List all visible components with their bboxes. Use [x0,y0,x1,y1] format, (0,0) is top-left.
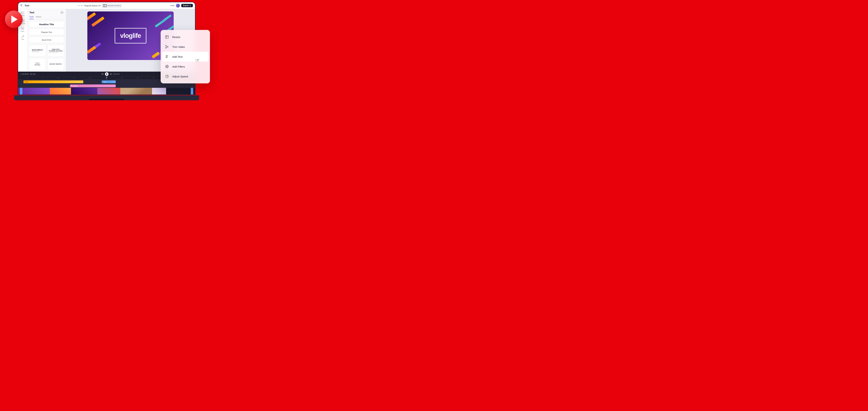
headline-title-label: Headline Title [39,23,54,26]
laptop-notch [89,99,124,100]
project-name: VlogLife Episoe 10 [84,5,100,7]
text-clip-2[interactable]: T Text [102,80,116,83]
shape-orange-4 [87,46,96,54]
true-path-template[interactable]: True PathTo More Success watch to learn … [48,45,64,57]
text-clip-1-label: T Text [25,81,28,82]
context-resize[interactable]: Resize [161,32,210,42]
panel-header: Text + [27,9,66,14]
draw-label: Draw [21,39,24,40]
subtitle-clip[interactable]: Subtitle [70,84,116,87]
sunday-funday-template[interactable]: SundayFun Day! [29,58,46,70]
hand-write-template[interactable]: HAND WRITE [48,58,64,70]
ruler-mark-30: 30 [121,77,123,79]
export-button[interactable]: Export [181,4,193,7]
thumbnail-strip [18,88,195,95]
add-media-button[interactable]: + Add Media [20,73,29,75]
ruler-mark-40: 40 [153,77,154,79]
text-styles-list: Headline Title Regular Text Hand Write [27,19,66,45]
thumb-6 [152,88,166,95]
resize-icon [164,34,170,40]
skip-back-icon[interactable] [101,73,103,75]
play-triangle-icon [106,73,107,75]
make-impact-template[interactable]: MAKE IMPACT With Passion [29,45,46,57]
make-impact-content: MAKE IMPACT With Passion [32,49,43,52]
format-badge[interactable]: YouTube Full HD ▾ [102,3,122,8]
make-impact-sub: With Passion [32,51,43,52]
shape-blue-2 [155,19,166,28]
format-chevron: ▾ [120,5,121,6]
timeline-end-bookmark [191,88,193,95]
resize-label: Resize [172,36,180,38]
thumb-2 [50,88,71,95]
svg-point-9 [22,27,24,30]
add-text-label: Add Text [172,55,183,58]
handwrite-text-style[interactable]: Hand Write [29,37,64,43]
svg-marker-1 [104,5,105,6]
format-label: YouTube Full HD [107,5,119,6]
svg-rect-2 [21,11,24,14]
playhead[interactable] [106,77,107,79]
sunday-text: SundayFun Day! [35,62,40,66]
sidebar-item-draw[interactable]: Draw [21,34,25,40]
ruler-mark-5: 5 [42,77,43,79]
filters-label: Filters [21,31,24,32]
svg-marker-13 [102,73,103,75]
draw-icon [21,34,25,38]
shape-orange-2 [91,16,104,27]
text-templates-grid: MAKE IMPACT With Passion True PathTo Mor… [27,45,66,72]
svg-point-28 [166,66,167,67]
svg-rect-8 [23,21,24,22]
tab-adjust[interactable]: Adjust [36,16,41,19]
panel-tabs: Style Adjust [27,14,66,19]
thumb-1 [18,88,50,95]
context-adjust-speed[interactable]: Adjust Speed [161,71,210,81]
undo-icon[interactable]: ↩ [78,4,80,7]
ruler-mark-15: 15 [73,77,75,79]
thumb-4 [97,88,120,95]
tab-style[interactable]: Style [29,16,34,19]
svg-rect-17 [71,85,72,86]
context-add-filters[interactable]: Add Filters [161,62,210,71]
trim-icon [164,44,170,49]
true-path-sub: watch to learn more [49,52,63,53]
vloglife-frame: vloglife [115,28,146,43]
undo-redo-group: ↩ ↪ [78,4,83,7]
svg-point-10 [22,28,23,29]
time-display: 00:02:23 [114,73,120,75]
subtitle-track-row: Subtitle [18,84,195,88]
speed-icon [164,73,170,79]
svg-point-20 [165,47,166,48]
text-clip-1[interactable]: T Text [24,80,83,83]
adjust-speed-label: Adjust Speed [172,75,188,78]
text-clip-2-label: T Text [103,81,106,82]
redo-icon[interactable]: ↪ [81,4,83,7]
youtube-logo-circle [5,10,23,28]
vloglife-text: vloglife [120,32,141,39]
invite-button[interactable]: Invite [170,5,175,6]
subtitle-icon [21,11,25,14]
trim-label: Trim Video [172,45,185,48]
split-button[interactable]: Split [30,73,36,75]
skip-forward-icon[interactable] [110,73,112,75]
thumb-5 [120,88,152,95]
svg-point-19 [165,45,166,46]
sidebar-item-filters[interactable]: Filters [21,27,25,32]
subtitle-clip-label: Subtitle [73,85,78,87]
regular-text-style[interactable]: Regular Text [29,29,64,35]
ruler-mark-35: 35 [137,77,138,79]
play-button[interactable] [105,72,108,76]
shape-orange-1 [87,12,96,21]
headline-title-style[interactable]: Headline Title [29,21,64,28]
context-add-text[interactable]: Add Text [162,52,209,62]
context-trim[interactable]: Trim Video [161,42,210,52]
hand-write-card-text: HAND WRITE [50,63,62,65]
text-panel-title: Text [29,11,34,14]
menu-icon[interactable]: ☰ [20,4,23,7]
timeline-start-bookmark [20,88,22,95]
laptop-base [14,95,199,100]
add-text-panel-btn[interactable]: + [60,11,64,14]
svg-line-12 [31,74,31,74]
text-panel: Text + Style Adjust Headline Title Regul… [27,9,66,72]
top-bar: ☰ Text ↩ ↪ VlogLife Episoe 10 YouTube Fu… [18,2,195,9]
panel-title-topbar: Text [25,4,29,7]
